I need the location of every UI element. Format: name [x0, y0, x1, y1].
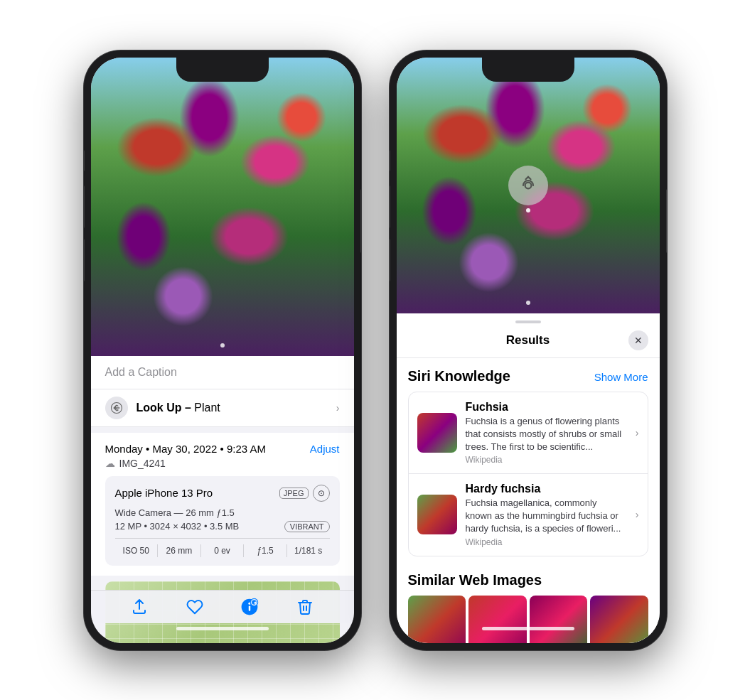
svg-point-1	[117, 409, 118, 410]
trash-button[interactable]	[296, 598, 314, 616]
exif-iso: ISO 50	[115, 544, 159, 557]
phone1-screen: Add a Caption Look Up – Plant › Monday •…	[91, 58, 354, 643]
knowledge-item-hardy[interactable]: Hardy fuchsia Fuchsia magellanica, commo…	[409, 474, 648, 556]
lookup-icon	[105, 397, 128, 419]
exif-shutter: 1/181 s	[287, 544, 330, 557]
cloud-icon: ☁	[105, 458, 115, 469]
siri-knowledge-section: Siri Knowledge Show More Fuchsia Fuchsia…	[397, 358, 660, 562]
page-indicator-2	[526, 301, 530, 305]
results-title: Results	[428, 333, 628, 348]
home-indicator-2	[482, 627, 574, 630]
results-sheet: Results ✕ Siri Knowledge Show More Fuchs…	[397, 321, 660, 643]
device-section: Apple iPhone 13 Pro JPEG ⊙ Wide Camera —…	[105, 476, 340, 566]
fuchsia-chevron-icon: ›	[636, 427, 639, 438]
lookup-chevron-icon: ›	[336, 402, 340, 414]
flower-photo	[91, 58, 354, 356]
knowledge-card: Fuchsia Fuchsia is a genus of flowering …	[408, 392, 648, 556]
device-name: Apple iPhone 13 Pro	[115, 487, 213, 499]
phone-2: Results ✕ Siri Knowledge Show More Fuchs…	[390, 50, 667, 650]
svg-text:✦: ✦	[253, 600, 257, 605]
notch2	[482, 58, 574, 82]
format-badge: JPEG	[279, 488, 309, 499]
similar-web-title: Similar Web Images	[408, 572, 542, 588]
heart-button[interactable]	[186, 598, 204, 616]
svg-rect-4	[249, 605, 250, 610]
sheet-handle	[515, 321, 541, 323]
filter-badge: VIBRANT	[284, 521, 330, 532]
caption-area[interactable]: Add a Caption	[91, 356, 354, 389]
phone-1: Add a Caption Look Up – Plant › Monday •…	[84, 50, 361, 650]
location-icon: ⊙	[313, 485, 330, 502]
home-indicator	[176, 627, 269, 630]
metadata-section: Monday • May 30, 2022 • 9:23 AM Adjust ☁…	[91, 433, 354, 576]
hardy-desc: Fuchsia magellanica, commonly known as t…	[466, 497, 624, 536]
hardy-chevron-icon: ›	[636, 509, 639, 520]
web-images-grid	[408, 596, 648, 643]
fuchsia-desc: Fuchsia is a genus of flowering plants t…	[466, 415, 624, 454]
filename: IMG_4241	[119, 458, 166, 469]
exif-aperture: ƒ1.5	[244, 544, 287, 557]
fuchsia-source: Wikipedia	[466, 455, 624, 465]
fuchsia-thumbnail	[417, 413, 457, 453]
camera-info: Wide Camera — 26 mm ƒ1.5	[115, 507, 330, 518]
phone2-screen: Results ✕ Siri Knowledge Show More Fuchs…	[397, 58, 660, 643]
photo-display[interactable]	[91, 58, 354, 356]
show-more-button[interactable]: Show More	[594, 371, 648, 383]
exif-focal: 26 mm	[158, 544, 201, 557]
fuchsia-content: Fuchsia Fuchsia is a genus of flowering …	[466, 401, 624, 465]
exif-row: ISO 50 26 mm 0 ev ƒ1.5 1/181 s	[115, 538, 330, 557]
page-indicator	[220, 343, 225, 348]
svg-point-9	[525, 182, 531, 188]
hardy-thumbnail	[417, 495, 457, 534]
web-images-section: Similar Web Images	[397, 562, 660, 643]
lookup-label: Look Up – Plant	[136, 402, 220, 414]
knowledge-item-fuchsia[interactable]: Fuchsia Fuchsia is a genus of flowering …	[409, 392, 648, 475]
specs-row: 12 MP • 3024 × 4032 • 3.5 MB VIBRANT	[115, 521, 330, 532]
photo-specs: 12 MP • 3024 × 4032 • 3.5 MB	[115, 521, 240, 532]
hardy-content: Hardy fuchsia Fuchsia magellanica, commo…	[466, 483, 624, 547]
caption-placeholder[interactable]: Add a Caption	[105, 366, 177, 378]
photo-display-2[interactable]	[397, 58, 660, 313]
device-badges: JPEG ⊙	[279, 485, 330, 502]
lookup-row[interactable]: Look Up – Plant ›	[91, 389, 354, 427]
fuchsia-name: Fuchsia	[466, 401, 624, 414]
notch	[176, 58, 269, 82]
visual-lookup-button[interactable]	[508, 166, 548, 205]
exif-ev: 0 ev	[201, 544, 245, 557]
web-image-2[interactable]	[468, 596, 527, 643]
share-button[interactable]	[130, 598, 149, 616]
photo-date: Monday • May 30, 2022 • 9:23 AM	[105, 443, 266, 455]
close-button[interactable]: ✕	[628, 330, 648, 350]
hardy-source: Wikipedia	[466, 537, 624, 547]
adjust-button[interactable]: Adjust	[310, 443, 340, 455]
web-image-4[interactable]	[590, 596, 648, 643]
siri-knowledge-title: Siri Knowledge	[408, 368, 510, 384]
info-button[interactable]: ✦	[240, 598, 259, 616]
results-header: Results ✕	[397, 328, 660, 358]
hardy-name: Hardy fuchsia	[466, 483, 624, 495]
bottom-toolbar: ✦	[91, 590, 354, 623]
web-image-1[interactable]	[408, 596, 466, 643]
web-image-3[interactable]	[530, 596, 588, 643]
